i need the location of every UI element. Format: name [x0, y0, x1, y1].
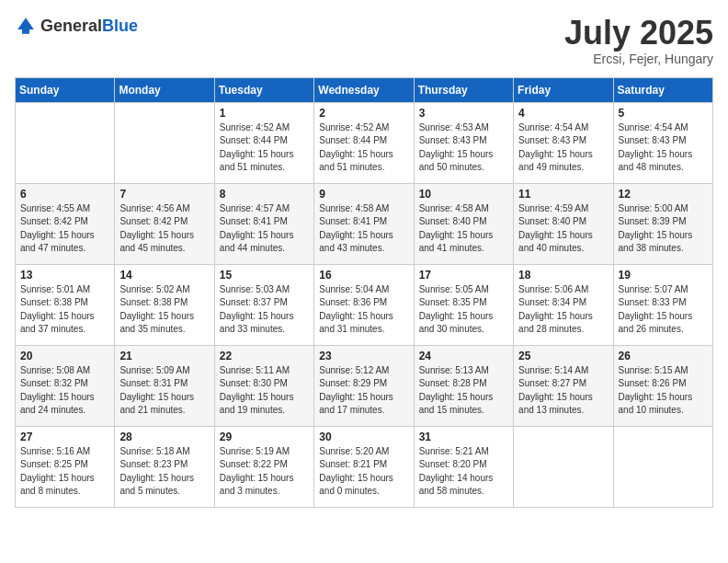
- day-info: Sunrise: 5:06 AMSunset: 8:34 PMDaylight:…: [518, 284, 593, 335]
- calendar-header-cell: Sunday: [16, 77, 115, 102]
- calendar-cell: 24Sunrise: 5:13 AMSunset: 8:28 PMDayligh…: [414, 345, 513, 426]
- calendar-cell: 9Sunrise: 4:58 AMSunset: 8:41 PMDaylight…: [314, 183, 414, 264]
- day-number: 24: [419, 350, 508, 362]
- day-number: 8: [220, 188, 309, 201]
- calendar-cell: 29Sunrise: 5:19 AMSunset: 8:22 PMDayligh…: [214, 426, 313, 507]
- day-info: Sunrise: 4:55 AMSunset: 8:42 PMDaylight:…: [20, 203, 95, 254]
- day-info: Sunrise: 4:52 AMSunset: 8:44 PMDaylight:…: [319, 122, 393, 173]
- day-info: Sunrise: 5:20 AMSunset: 8:21 PMDaylight:…: [319, 446, 393, 497]
- page-header: GeneralBlue July 2025 Ercsi, Fejer, Hung…: [15, 15, 713, 66]
- calendar-cell: 13Sunrise: 5:01 AMSunset: 8:38 PMDayligh…: [16, 264, 115, 345]
- day-number: 18: [518, 269, 608, 282]
- day-number: 1: [220, 107, 309, 120]
- calendar-cell: 2Sunrise: 4:52 AMSunset: 8:44 PMDaylight…: [314, 102, 414, 183]
- day-number: 16: [319, 269, 408, 282]
- calendar-cell: 11Sunrise: 4:59 AMSunset: 8:40 PMDayligh…: [514, 183, 613, 264]
- calendar-header-cell: Thursday: [414, 77, 513, 102]
- calendar-header-cell: Friday: [514, 77, 613, 102]
- day-number: 19: [619, 269, 708, 282]
- day-number: 28: [119, 431, 209, 443]
- day-info: Sunrise: 5:12 AMSunset: 8:29 PMDaylight:…: [319, 365, 393, 416]
- day-number: 11: [518, 188, 608, 201]
- day-number: 22: [220, 350, 309, 362]
- day-info: Sunrise: 5:21 AMSunset: 8:20 PMDaylight:…: [419, 446, 494, 497]
- calendar-week-row: 1Sunrise: 4:52 AMSunset: 8:44 PMDaylight…: [16, 102, 713, 183]
- day-info: Sunrise: 5:07 AMSunset: 8:33 PMDaylight:…: [619, 284, 693, 335]
- day-info: Sunrise: 4:52 AMSunset: 8:44 PMDaylight:…: [220, 122, 294, 173]
- calendar-cell: 25Sunrise: 5:14 AMSunset: 8:27 PMDayligh…: [514, 345, 613, 426]
- day-number: 6: [20, 188, 109, 201]
- day-number: 25: [518, 350, 608, 362]
- calendar-header-row: SundayMondayTuesdayWednesdayThursdayFrid…: [16, 77, 713, 102]
- calendar-week-row: 6Sunrise: 4:55 AMSunset: 8:42 PMDaylight…: [16, 183, 713, 264]
- day-number: 31: [419, 431, 508, 443]
- day-info: Sunrise: 5:19 AMSunset: 8:22 PMDaylight:…: [220, 446, 294, 497]
- day-number: 14: [119, 269, 209, 282]
- calendar-cell: [115, 102, 214, 183]
- day-info: Sunrise: 5:01 AMSunset: 8:38 PMDaylight:…: [20, 284, 95, 335]
- calendar-cell: 18Sunrise: 5:06 AMSunset: 8:34 PMDayligh…: [514, 264, 613, 345]
- calendar-table: SundayMondayTuesdayWednesdayThursdayFrid…: [15, 77, 713, 508]
- day-number: 4: [518, 107, 608, 120]
- day-info: Sunrise: 5:11 AMSunset: 8:30 PMDaylight:…: [220, 365, 294, 416]
- calendar-cell: 20Sunrise: 5:08 AMSunset: 8:32 PMDayligh…: [16, 345, 115, 426]
- calendar-header-cell: Monday: [115, 77, 214, 102]
- calendar-cell: 6Sunrise: 4:55 AMSunset: 8:42 PMDaylight…: [16, 183, 115, 264]
- day-info: Sunrise: 4:58 AMSunset: 8:40 PMDaylight:…: [419, 203, 494, 254]
- calendar-cell: [514, 426, 613, 507]
- month-title: July 2025: [564, 15, 713, 52]
- calendar-cell: 30Sunrise: 5:20 AMSunset: 8:21 PMDayligh…: [314, 426, 414, 507]
- day-number: 15: [220, 269, 309, 282]
- day-number: 13: [20, 269, 109, 282]
- calendar-cell: 7Sunrise: 4:56 AMSunset: 8:42 PMDaylight…: [115, 183, 214, 264]
- calendar-cell: 19Sunrise: 5:07 AMSunset: 8:33 PMDayligh…: [613, 264, 712, 345]
- calendar-week-row: 27Sunrise: 5:16 AMSunset: 8:25 PMDayligh…: [16, 426, 713, 507]
- logo-blue: Blue: [102, 17, 138, 35]
- day-number: 20: [20, 350, 109, 362]
- day-number: 2: [319, 107, 408, 120]
- calendar-cell: 15Sunrise: 5:03 AMSunset: 8:37 PMDayligh…: [214, 264, 313, 345]
- day-number: 10: [419, 188, 508, 201]
- day-info: Sunrise: 4:53 AMSunset: 8:43 PMDaylight:…: [419, 122, 494, 173]
- day-info: Sunrise: 4:54 AMSunset: 8:43 PMDaylight:…: [518, 122, 593, 173]
- calendar-cell: 16Sunrise: 5:04 AMSunset: 8:36 PMDayligh…: [314, 264, 414, 345]
- day-info: Sunrise: 4:59 AMSunset: 8:40 PMDaylight:…: [518, 203, 593, 254]
- day-info: Sunrise: 4:54 AMSunset: 8:43 PMDaylight:…: [619, 122, 693, 173]
- day-info: Sunrise: 5:02 AMSunset: 8:38 PMDaylight:…: [119, 284, 194, 335]
- location-subtitle: Ercsi, Fejer, Hungary: [564, 52, 713, 66]
- calendar-header-cell: Wednesday: [314, 77, 414, 102]
- calendar-cell: 27Sunrise: 5:16 AMSunset: 8:25 PMDayligh…: [16, 426, 115, 507]
- calendar-cell: 22Sunrise: 5:11 AMSunset: 8:30 PMDayligh…: [214, 345, 313, 426]
- day-number: 26: [619, 350, 708, 362]
- calendar-header-cell: Saturday: [613, 77, 712, 102]
- day-info: Sunrise: 5:14 AMSunset: 8:27 PMDaylight:…: [518, 365, 593, 416]
- day-info: Sunrise: 4:56 AMSunset: 8:42 PMDaylight:…: [119, 203, 194, 254]
- day-number: 9: [319, 188, 408, 201]
- calendar-cell: 1Sunrise: 4:52 AMSunset: 8:44 PMDaylight…: [214, 102, 313, 183]
- day-info: Sunrise: 5:08 AMSunset: 8:32 PMDaylight:…: [20, 365, 95, 416]
- svg-rect-1: [22, 29, 29, 34]
- day-info: Sunrise: 5:15 AMSunset: 8:26 PMDaylight:…: [619, 365, 693, 416]
- calendar-cell: 5Sunrise: 4:54 AMSunset: 8:43 PMDaylight…: [613, 102, 712, 183]
- calendar-cell: 21Sunrise: 5:09 AMSunset: 8:31 PMDayligh…: [115, 345, 214, 426]
- day-info: Sunrise: 5:05 AMSunset: 8:35 PMDaylight:…: [419, 284, 494, 335]
- day-number: 7: [119, 188, 209, 201]
- day-info: Sunrise: 5:04 AMSunset: 8:36 PMDaylight:…: [319, 284, 393, 335]
- calendar-cell: 23Sunrise: 5:12 AMSunset: 8:29 PMDayligh…: [314, 345, 414, 426]
- calendar-cell: 28Sunrise: 5:18 AMSunset: 8:23 PMDayligh…: [115, 426, 214, 507]
- calendar-cell: 26Sunrise: 5:15 AMSunset: 8:26 PMDayligh…: [613, 345, 712, 426]
- calendar-week-row: 20Sunrise: 5:08 AMSunset: 8:32 PMDayligh…: [16, 345, 713, 426]
- calendar-cell: 12Sunrise: 5:00 AMSunset: 8:39 PMDayligh…: [613, 183, 712, 264]
- calendar-cell: 8Sunrise: 4:57 AMSunset: 8:41 PMDaylight…: [214, 183, 313, 264]
- logo-general: General: [40, 17, 102, 35]
- calendar-body: 1Sunrise: 4:52 AMSunset: 8:44 PMDaylight…: [16, 102, 713, 507]
- calendar-cell: 14Sunrise: 5:02 AMSunset: 8:38 PMDayligh…: [115, 264, 214, 345]
- calendar-cell: [16, 102, 115, 183]
- day-info: Sunrise: 4:58 AMSunset: 8:41 PMDaylight:…: [319, 203, 393, 254]
- title-block: July 2025 Ercsi, Fejer, Hungary: [564, 15, 713, 66]
- svg-marker-0: [17, 17, 34, 29]
- calendar-cell: 4Sunrise: 4:54 AMSunset: 8:43 PMDaylight…: [514, 102, 613, 183]
- day-info: Sunrise: 5:00 AMSunset: 8:39 PMDaylight:…: [619, 203, 693, 254]
- logo: GeneralBlue: [15, 15, 138, 37]
- calendar-cell: 10Sunrise: 4:58 AMSunset: 8:40 PMDayligh…: [414, 183, 513, 264]
